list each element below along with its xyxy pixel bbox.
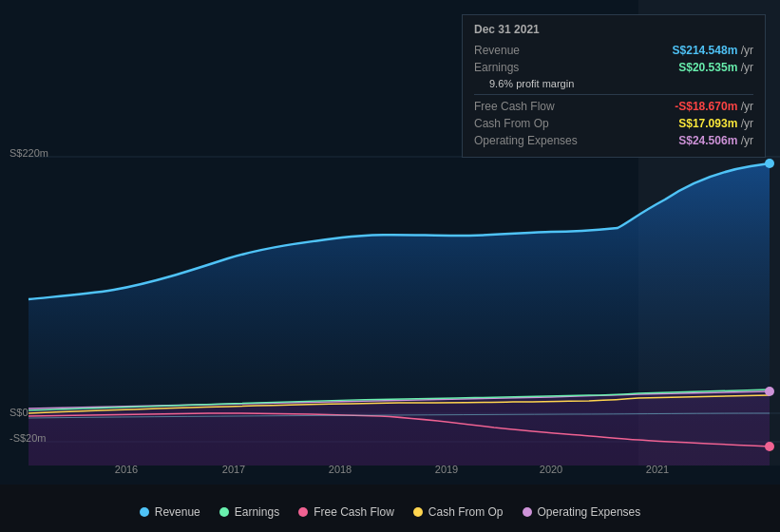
tooltip-earnings-value: S$20.535m /yr <box>678 61 753 74</box>
svg-point-5 <box>765 159 774 168</box>
legend-dot-opex <box>523 507 532 517</box>
legend-label-revenue: Revenue <box>155 505 200 519</box>
chart-legend: Revenue Earnings Free Cash Flow Cash Fro… <box>0 505 780 519</box>
tooltip-profit-margin-row: 9.6% profit margin <box>474 76 753 91</box>
tooltip-revenue-value: S$214.548m /yr <box>673 44 753 57</box>
legend-dot-revenue <box>140 507 149 517</box>
legend-item-revenue[interactable]: Revenue <box>140 505 200 519</box>
y-label-top: S$220m <box>10 147 48 159</box>
x-label-2021: 2021 <box>646 464 669 475</box>
tooltip-date: Dec 31 2021 <box>474 23 753 36</box>
tooltip-cashfromop-value: S$17.093m /yr <box>678 117 753 130</box>
tooltip-opex-row: Operating Expenses S$24.506m /yr <box>474 132 753 149</box>
y-label-neg: -S$20m <box>10 432 47 444</box>
tooltip-opex-value: S$24.506m /yr <box>678 134 753 147</box>
legend-label-fcf: Free Cash Flow <box>314 505 394 519</box>
legend-item-opex[interactable]: Operating Expenses <box>523 505 641 519</box>
tooltip-revenue-row: Revenue S$214.548m /yr <box>474 42 753 59</box>
tooltip-fcf-value: -S$18.670m /yr <box>675 100 753 113</box>
tooltip-fcf-label: Free Cash Flow <box>474 100 588 113</box>
legend-dot-cashfromop <box>413 507 423 517</box>
x-label-2017: 2017 <box>222 464 245 475</box>
legend-label-earnings: Earnings <box>235 505 279 519</box>
tooltip-cashfromop-row: Cash From Op S$17.093m /yr <box>474 115 753 132</box>
tooltip-fcf-row: Free Cash Flow -S$18.670m /yr <box>474 98 753 115</box>
x-label-2020: 2020 <box>540 464 562 475</box>
tooltip-revenue-label: Revenue <box>474 44 588 57</box>
tooltip-earnings-row: Earnings S$20.535m /yr <box>474 59 753 76</box>
legend-label-cashfromop: Cash From Op <box>428 505 504 519</box>
svg-point-6 <box>765 387 774 396</box>
tooltip-opex-label: Operating Expenses <box>474 134 588 147</box>
tooltip-separator <box>474 94 753 95</box>
legend-dot-earnings <box>219 507 229 517</box>
legend-item-fcf[interactable]: Free Cash Flow <box>298 505 394 519</box>
tooltip-profit-margin: 9.6% profit margin <box>482 78 574 89</box>
y-label-zero: S$0 <box>10 407 29 418</box>
legend-item-earnings[interactable]: Earnings <box>219 505 279 519</box>
x-label-2018: 2018 <box>329 464 352 475</box>
chart-container: S$220m S$0 -S$20m 2016 2017 2018 2019 20… <box>0 0 780 532</box>
x-label-2019: 2019 <box>435 464 458 475</box>
tooltip-earnings-label: Earnings <box>474 61 588 74</box>
legend-dot-fcf <box>298 507 308 517</box>
x-label-2016: 2016 <box>115 464 138 475</box>
legend-label-opex: Operating Expenses <box>538 505 641 519</box>
tooltip-box: Dec 31 2021 Revenue S$214.548m /yr Earni… <box>462 14 766 158</box>
legend-item-cashfromop[interactable]: Cash From Op <box>413 505 504 519</box>
tooltip-cashfromop-label: Cash From Op <box>474 117 588 130</box>
svg-point-7 <box>765 442 774 451</box>
